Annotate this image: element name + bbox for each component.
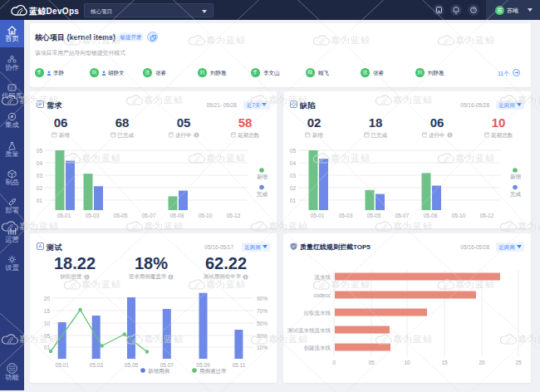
svg-text:测试流水线流水线: 测试流水线流水线 bbox=[287, 327, 331, 334]
svg-text:20: 20 bbox=[479, 360, 485, 365]
svg-text:05.03: 05.03 bbox=[90, 362, 104, 368]
svg-text:15: 15 bbox=[441, 360, 448, 365]
svg-text:05-07: 05-07 bbox=[142, 213, 156, 218]
svg-text:新增: 新增 bbox=[257, 174, 268, 180]
svg-text:用例通过率: 用例通过率 bbox=[199, 368, 227, 375]
svg-text:01: 01 bbox=[37, 198, 43, 203]
svg-text:10: 10 bbox=[44, 321, 51, 326]
svg-text:05.09: 05.09 bbox=[196, 362, 210, 368]
svg-text:05: 05 bbox=[290, 148, 297, 154]
svg-text:新增用例: 新增用例 bbox=[148, 368, 169, 375]
svg-text:创建流水线: 创建流水线 bbox=[304, 345, 331, 351]
svg-text:新增: 新增 bbox=[510, 174, 522, 180]
svg-text:50%: 50% bbox=[257, 321, 268, 326]
svg-text:10: 10 bbox=[404, 360, 410, 365]
svg-text:05.07: 05.07 bbox=[160, 362, 174, 368]
svg-text:05: 05 bbox=[44, 333, 51, 339]
svg-text:05-12: 05-12 bbox=[227, 213, 241, 218]
svg-text:完成: 完成 bbox=[257, 191, 268, 198]
svg-text:05-05: 05-05 bbox=[114, 213, 128, 218]
svg-text:70%: 70% bbox=[257, 308, 268, 314]
svg-text:04: 04 bbox=[37, 160, 43, 166]
svg-text:05-03: 05-03 bbox=[339, 213, 353, 218]
svg-text:03: 03 bbox=[290, 173, 297, 179]
svg-text:30%: 30% bbox=[257, 333, 268, 339]
svg-text:05-12: 05-12 bbox=[480, 213, 494, 218]
svg-text:02: 02 bbox=[290, 185, 297, 191]
svg-text:04: 04 bbox=[290, 160, 297, 166]
svg-text:codecc: codecc bbox=[313, 292, 331, 298]
svg-text:10%: 10% bbox=[257, 345, 268, 350]
svg-text:02: 02 bbox=[37, 185, 43, 191]
svg-text:03: 03 bbox=[37, 173, 43, 179]
svg-text:01: 01 bbox=[44, 345, 51, 350]
svg-text:90%: 90% bbox=[257, 296, 268, 301]
svg-text:0: 0 bbox=[332, 360, 336, 365]
svg-text:05.01: 05.01 bbox=[56, 362, 70, 368]
svg-text:05.11: 05.11 bbox=[233, 362, 246, 368]
svg-text:05-01: 05-01 bbox=[311, 213, 325, 218]
svg-text:?: ? bbox=[472, 7, 474, 12]
svg-text:05-10: 05-10 bbox=[452, 213, 466, 218]
svg-text:01: 01 bbox=[290, 198, 297, 203]
svg-text:05-10: 05-10 bbox=[199, 213, 213, 218]
svg-text:05-01: 05-01 bbox=[57, 213, 71, 218]
svg-text:05-08: 05-08 bbox=[170, 213, 184, 218]
svg-text:20: 20 bbox=[44, 296, 51, 301]
svg-text:流水线: 流水线 bbox=[315, 274, 331, 281]
svg-text:05.05: 05.05 bbox=[125, 362, 139, 368]
svg-text:25: 25 bbox=[515, 360, 522, 365]
svg-text:05-03: 05-03 bbox=[86, 213, 100, 218]
svg-text:完成: 完成 bbox=[510, 191, 522, 198]
svg-text:15: 15 bbox=[44, 308, 51, 314]
svg-text:05-05: 05-05 bbox=[367, 213, 381, 218]
svg-text:05: 05 bbox=[368, 360, 375, 365]
svg-text:05: 05 bbox=[37, 148, 43, 154]
svg-text:05-08: 05-08 bbox=[424, 213, 438, 218]
svg-text:05-07: 05-07 bbox=[395, 213, 410, 218]
svg-text:拉取流水线: 拉取流水线 bbox=[304, 310, 331, 316]
